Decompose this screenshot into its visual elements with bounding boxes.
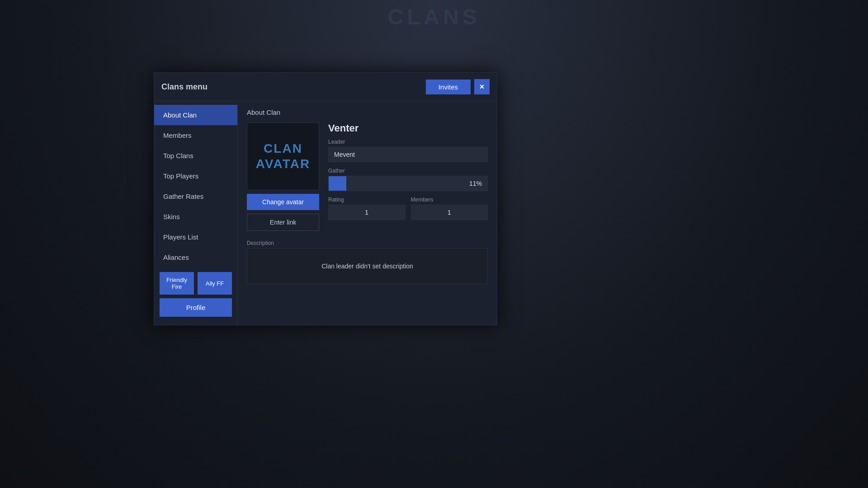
clan-avatar-line1: CLAN <box>264 141 302 156</box>
sidebar-item-members[interactable]: Members <box>154 125 237 145</box>
sidebar-buttons: Friendly Fire Ally FF Profile <box>154 267 237 321</box>
sidebar-item-players-list[interactable]: Players List <box>154 227 237 247</box>
sidebar-item-skins[interactable]: Skins <box>154 206 237 227</box>
clan-avatar: CLAN AVATAR <box>247 122 319 190</box>
gather-percent: 11% <box>469 180 482 187</box>
sidebar-item-about-clan[interactable]: About Clan <box>154 105 237 125</box>
members-label: Members <box>411 197 488 203</box>
modal-body: About Clan Members Top Clans Top Players… <box>154 101 497 325</box>
invites-button[interactable]: Invites <box>426 80 471 94</box>
members-block: Members 1 <box>411 197 488 225</box>
leader-label: Leader <box>328 139 488 145</box>
friendly-fire-button[interactable]: Friendly Fire <box>160 272 194 295</box>
profile-button[interactable]: Profile <box>160 298 232 317</box>
description-section: Description Clan leader didn't set descr… <box>247 240 488 284</box>
clan-details: Venter Leader Mevent Gather 11% Rating <box>328 122 488 231</box>
gather-bar: 11% <box>328 176 488 191</box>
rating-members-row: Rating 1 Members 1 <box>328 197 488 225</box>
leader-value: Mevent <box>328 147 488 162</box>
members-value: 1 <box>411 205 488 220</box>
sidebar-item-top-clans[interactable]: Top Clans <box>154 145 237 166</box>
sidebar: About Clan Members Top Clans Top Players… <box>154 101 238 325</box>
clans-modal: Clans menu Invites × About Clan Members … <box>154 72 497 325</box>
description-box: Clan leader didn't set description <box>247 248 488 284</box>
rating-value: 1 <box>328 205 406 220</box>
header-actions: Invites × <box>426 79 490 94</box>
gather-label: Gather <box>328 168 488 174</box>
close-button[interactable]: × <box>474 79 490 94</box>
clan-avatar-line2: AVATAR <box>256 156 310 172</box>
section-title: About Clan <box>247 108 488 116</box>
sidebar-item-top-players[interactable]: Top Players <box>154 166 237 186</box>
ff-buttons-row: Friendly Fire Ally FF <box>160 272 232 295</box>
modal-header: Clans menu Invites × <box>154 73 497 101</box>
gather-bar-fill <box>329 176 346 191</box>
clan-name: Venter <box>328 122 488 134</box>
modal-title: Clans menu <box>161 82 208 92</box>
sidebar-item-aliances[interactable]: Aliances <box>154 247 237 267</box>
description-text: Clan leader didn't set description <box>321 263 413 270</box>
sidebar-item-gather-rates[interactable]: Gather Rates <box>154 186 237 206</box>
ally-ff-button[interactable]: Ally FF <box>198 272 232 295</box>
bg-text: CLANS <box>387 0 480 29</box>
rating-label: Rating <box>328 197 406 203</box>
description-label: Description <box>247 240 488 246</box>
main-content: About Clan CLAN AVATAR Change avatar Ent… <box>238 101 497 325</box>
clan-info-grid: CLAN AVATAR Change avatar Enter link Ven… <box>247 122 488 231</box>
change-avatar-button[interactable]: Change avatar <box>247 194 319 210</box>
enter-link-button[interactable]: Enter link <box>247 214 319 231</box>
clan-avatar-block: CLAN AVATAR Change avatar Enter link <box>247 122 319 231</box>
rating-block: Rating 1 <box>328 197 406 225</box>
gather-section: Gather 11% <box>328 168 488 191</box>
